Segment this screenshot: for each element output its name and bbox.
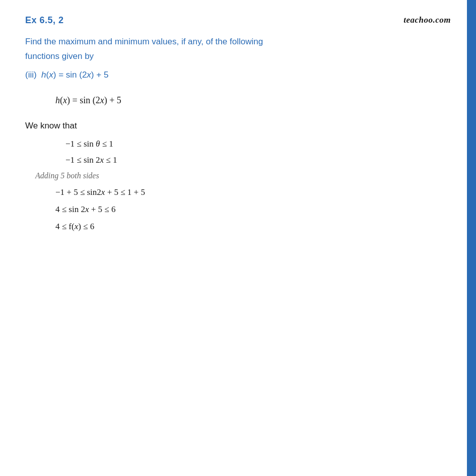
result-line-1: −1 + 5 ≤ sin2x + 5 ≤ 1 + 5 [55, 187, 451, 197]
ineq-line-2: −1 ≤ sin 2x ≤ 1 [65, 155, 451, 165]
problem-part: (iii) h(x) = sin (2x) + 5 [25, 70, 451, 80]
ineq-line-1: −1 ≤ sin θ ≤ 1 [65, 139, 451, 149]
brand-logo: teachoo.com [403, 15, 451, 25]
problem-line1: Find the maximum and minimum values, if … [25, 37, 263, 46]
problem-line2: functions given by [25, 51, 94, 61]
function-def-line: h(x) = sin (2x) + 5 [55, 95, 451, 106]
exercise-title: Ex 6.5, 2 [25, 15, 64, 26]
result-block: −1 + 5 ≤ sin2x + 5 ≤ 1 + 5 4 ≤ sin 2x + … [55, 187, 451, 232]
result-line-2: 4 ≤ sin 2x + 5 ≤ 6 [55, 205, 451, 215]
header: Ex 6.5, 2 teachoo.com [25, 15, 451, 26]
right-sidebar-bar [467, 0, 476, 476]
adding-note: Adding 5 both sides [35, 171, 451, 180]
part-formula: h(x) = sin (2x) + 5 [41, 70, 108, 80]
problem-statement: Find the maximum and minimum values, if … [25, 35, 451, 64]
inequality-block: −1 ≤ sin θ ≤ 1 −1 ≤ sin 2x ≤ 1 [65, 139, 451, 165]
part-label: (iii) [25, 70, 37, 80]
function-definition-block: h(x) = sin (2x) + 5 [55, 95, 451, 106]
page-container: Ex 6.5, 2 teachoo.com Find the maximum a… [0, 0, 476, 476]
result-line-3: 4 ≤ f(x) ≤ 6 [55, 222, 451, 232]
we-know-section: We know that −1 ≤ sin θ ≤ 1 −1 ≤ sin 2x … [25, 121, 451, 232]
we-know-label: We know that [25, 121, 451, 131]
